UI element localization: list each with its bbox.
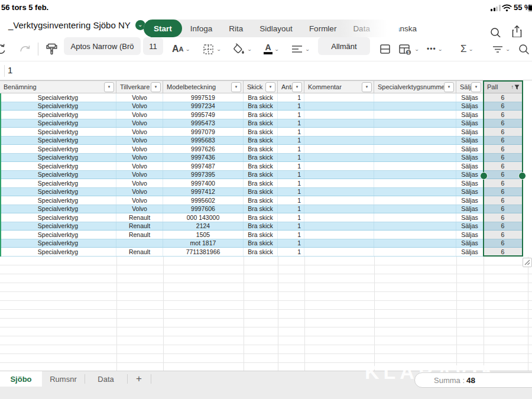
cell[interactable]: Volvo	[116, 102, 163, 111]
cell[interactable]: Bra skick	[244, 137, 278, 145]
merge-cells-button[interactable]	[379, 37, 391, 61]
sheet-tab-data[interactable]: Data	[85, 371, 127, 387]
cell[interactable]: Renault	[116, 213, 163, 222]
cell[interactable]	[304, 111, 374, 119]
cell[interactable]: Bra skick	[244, 222, 278, 231]
cell[interactable]: 1	[278, 93, 304, 102]
column-header-skick[interactable]: Skick▾	[244, 80, 278, 93]
cell[interactable]: Specialverktyg	[0, 179, 116, 187]
cell[interactable]	[304, 154, 374, 162]
cell[interactable]: Bra skick	[244, 205, 278, 213]
cell[interactable]	[374, 205, 456, 213]
tab-infoga[interactable]: Infoga	[182, 20, 221, 37]
cell[interactable]: 1	[278, 145, 304, 153]
cell[interactable]: Säljas	[456, 196, 484, 205]
number-format-selector[interactable]: Allmänt	[318, 37, 370, 55]
cell[interactable]: Bra skick	[244, 102, 278, 111]
sort-filter-button[interactable]: ⌄	[492, 37, 510, 61]
cell[interactable]: 1	[278, 188, 304, 196]
cell[interactable]: Renault	[116, 231, 163, 239]
filter-icon[interactable]: ▾	[444, 82, 454, 92]
cell[interactable]	[304, 171, 374, 179]
workbook-title[interactable]: _Verktygsinventering Sjöbo NY ⌄	[8, 20, 145, 30]
cell[interactable]	[374, 179, 456, 187]
font-name-selector[interactable]: Aptos Narrow (Brö	[64, 37, 141, 55]
undo-button[interactable]	[0, 37, 8, 61]
cell[interactable]: 9995749	[163, 111, 244, 119]
cell[interactable]	[374, 111, 456, 119]
cell[interactable]	[304, 102, 374, 111]
cell[interactable]: Bra skick	[244, 111, 278, 119]
sheet-tab-rumsnr[interactable]: Rumsnr	[42, 371, 85, 387]
cell[interactable]: 1	[278, 248, 304, 256]
cell[interactable]: Säljas	[456, 222, 484, 231]
cell[interactable]: Renault	[116, 248, 163, 256]
cell[interactable]: 1	[278, 231, 304, 239]
selection-handle-right[interactable]	[518, 172, 526, 180]
cell[interactable]	[304, 179, 374, 187]
cell[interactable]: Specialverktyg	[0, 145, 116, 153]
cell[interactable]	[304, 188, 374, 196]
cell[interactable]: Säljas	[456, 111, 484, 119]
cell[interactable]: Specialverktyg	[0, 213, 116, 222]
cell[interactable]: Volvo	[116, 137, 163, 145]
column-header-kommentar[interactable]: Kommentar▾	[304, 80, 374, 93]
filter-icon[interactable]: ▾	[151, 82, 161, 92]
summary-pill[interactable]: Summa : 48	[414, 372, 532, 388]
cell[interactable]: Specialverktyg	[0, 137, 116, 145]
cell[interactable]: Säljas	[456, 93, 484, 102]
cell[interactable]: 1	[278, 154, 304, 162]
cell[interactable]: 2124	[163, 222, 244, 231]
cell[interactable]: 9997412	[163, 188, 244, 196]
cell[interactable]: Specialverktyg	[0, 248, 116, 256]
cell[interactable]	[374, 231, 456, 239]
more-options-button[interactable]: ••• ⌄	[427, 37, 443, 61]
cell[interactable]	[374, 145, 456, 153]
cell[interactable]: Säljas	[456, 239, 484, 248]
cell[interactable]: Volvo	[116, 188, 163, 196]
fill-color-button[interactable]: ⌄	[232, 37, 252, 61]
cell[interactable]: Volvo	[116, 154, 163, 162]
cell[interactable]: 1	[278, 128, 304, 136]
font-format-button[interactable]: AA ⌄	[172, 37, 190, 61]
cell[interactable]: Säljas	[456, 171, 484, 179]
cell[interactable]: 9997626	[163, 145, 244, 153]
cell[interactable]	[374, 171, 456, 179]
cell[interactable]: Volvo	[116, 93, 163, 102]
cell[interactable]: 1	[278, 179, 304, 187]
format-painter-button[interactable]	[45, 37, 59, 61]
cell[interactable]: Säljas	[456, 188, 484, 196]
cell[interactable]: 9997519	[163, 93, 244, 102]
cell[interactable]: Bra skick	[244, 93, 278, 102]
cell[interactable]: Volvo	[116, 171, 163, 179]
column-header-ben-mning[interactable]: Benämning▾	[0, 80, 116, 93]
cell[interactable]: Bra skick	[244, 213, 278, 222]
cell[interactable]: Säljas	[456, 179, 484, 187]
cell[interactable]	[374, 119, 456, 128]
cell[interactable]	[304, 162, 374, 170]
filter-icon[interactable]: ▾	[471, 82, 481, 92]
cell[interactable]: 7711381966	[163, 248, 244, 256]
column-header-tillverkare[interactable]: Tillverkare▾	[116, 80, 163, 93]
autosum-button[interactable]: Σ ⌄	[460, 37, 473, 61]
cell[interactable]	[374, 213, 456, 222]
cell[interactable]: Säljas	[456, 231, 484, 239]
cell[interactable]: Bra skick	[244, 119, 278, 128]
cell[interactable]: Specialverktyg	[0, 93, 116, 102]
cell[interactable]: Specialverktyg	[0, 102, 116, 111]
cell[interactable]: Specialverktyg	[0, 154, 116, 162]
cell[interactable]	[304, 248, 374, 256]
sheet-tab-sj-bo[interactable]: Sjöbo	[0, 371, 42, 387]
cell[interactable]: 1	[278, 196, 304, 205]
cell[interactable]: Renault	[116, 222, 163, 231]
font-color-button[interactable]: A ⌄	[264, 37, 279, 61]
cell[interactable]	[304, 196, 374, 205]
cell[interactable]: 1	[278, 205, 304, 213]
cell[interactable]: Specialverktyg	[0, 222, 116, 231]
filter-icon[interactable]: ▾	[265, 82, 275, 92]
column-header-modelbeteckning[interactable]: Modelbeteckning▾	[163, 80, 244, 93]
add-sheet-button[interactable]: +	[127, 371, 151, 387]
cell[interactable]: Säljas	[456, 128, 484, 136]
cell[interactable]: 9995602	[163, 196, 244, 205]
cell[interactable]	[374, 102, 456, 111]
